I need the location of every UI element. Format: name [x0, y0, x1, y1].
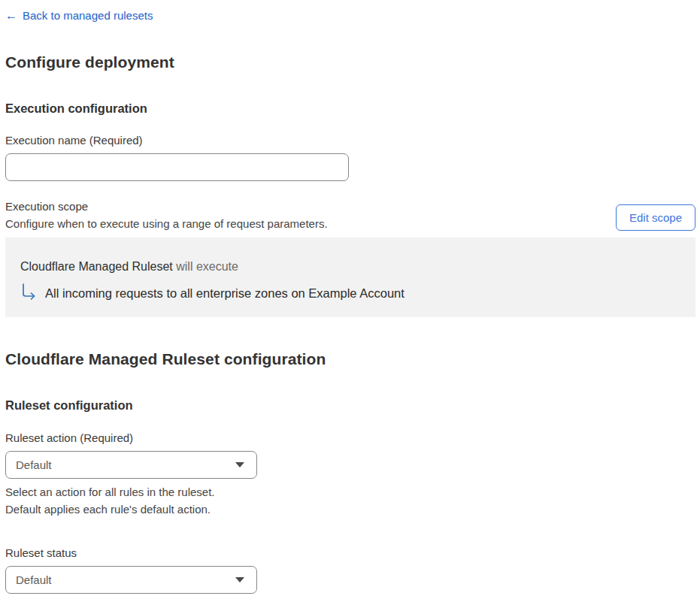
ruleset-status-select[interactable]: Default [5, 566, 257, 594]
ruleset-action-help-1: Select an action for all rules in the ru… [5, 485, 695, 499]
ruleset-configuration-subheading: Ruleset configuration [5, 398, 695, 413]
ruleset-action-help-2: Default applies each rule's default acti… [5, 502, 695, 516]
execution-scope-label: Execution scope [5, 200, 328, 213]
chevron-down-icon [235, 577, 244, 582]
execution-scope-text: Execution scope Configure when to execut… [5, 200, 328, 231]
ruleset-status-label: Ruleset status [5, 546, 695, 560]
back-arrow-icon: ← [5, 10, 17, 22]
elbow-arrow-icon [20, 283, 37, 301]
chevron-down-icon [235, 462, 244, 467]
ruleset-configuration-title: Cloudflare Managed Ruleset configuration [5, 350, 695, 368]
summary-ruleset-name: Cloudflare Managed Ruleset [20, 260, 173, 273]
page-title: Configure deployment [5, 53, 695, 71]
execution-configuration-heading: Execution configuration [5, 101, 695, 116]
summary-scope-text: All incoming requests to all enterprise … [45, 286, 405, 301]
summary-ruleset-line: Cloudflare Managed Ruleset will execute [20, 259, 680, 274]
ruleset-action-select[interactable]: Default [5, 451, 257, 479]
ruleset-status-value: Default [16, 573, 52, 586]
execution-summary-panel: Cloudflare Managed Ruleset will execute … [5, 237, 695, 317]
ruleset-action-label: Ruleset action (Required) [5, 431, 695, 445]
ruleset-action-value: Default [16, 458, 52, 471]
edit-scope-button[interactable]: Edit scope [616, 204, 695, 231]
execution-name-label: Execution name (Required) [5, 134, 695, 147]
execution-name-input[interactable] [5, 153, 349, 181]
execution-scope-row: Execution scope Configure when to execut… [5, 200, 695, 231]
summary-scope-line: All incoming requests to all enterprise … [20, 286, 680, 301]
back-to-managed-rulesets-link[interactable]: ← Back to managed rulesets [5, 9, 153, 23]
summary-will-execute: will execute [176, 260, 238, 273]
back-link-label: Back to managed rulesets [23, 9, 153, 23]
execution-scope-description: Configure when to execute using a range … [5, 216, 328, 231]
configure-deployment-page: ← Back to managed rulesets Configure dep… [0, 0, 700, 596]
